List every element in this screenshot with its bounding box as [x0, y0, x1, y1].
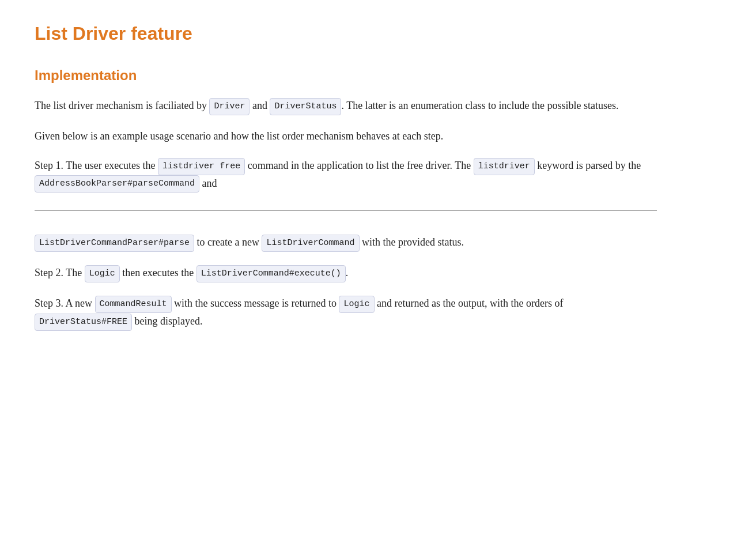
code-listdrivercommandparser: ListDriverCommandParser#parse — [35, 235, 194, 252]
paragraph-5: Step 2. The Logic then executes the List… — [35, 265, 657, 282]
page-title: List Driver feature — [35, 23, 657, 44]
code-listdriver-free: listdriver free — [158, 158, 245, 175]
paragraph-6: Step 3. A new CommandResult with the suc… — [35, 295, 657, 331]
code-driver: Driver — [209, 98, 250, 115]
implementation-heading: Implementation — [35, 67, 657, 84]
code-logic-1: Logic — [85, 265, 120, 282]
paragraph-2: Given below is an example usage scenario… — [35, 128, 657, 145]
paragraph-4: ListDriverCommandParser#parse to create … — [35, 234, 657, 252]
paragraph-3: Step 1. The user executes the listdriver… — [35, 157, 657, 193]
code-listdrivercommand-execute: ListDriverCommand#execute() — [196, 265, 346, 282]
code-addressbookparser: AddressBookParser#parseCommand — [35, 175, 199, 193]
code-listdrivercommand: ListDriverCommand — [262, 235, 359, 252]
code-driverstatus: DriverStatus — [270, 98, 341, 115]
code-logic-2: Logic — [339, 296, 374, 313]
continuation-section: ListDriverCommandParser#parse to create … — [35, 234, 657, 331]
code-listdriver: listdriver — [474, 158, 535, 175]
code-driverstatus-free: DriverStatus#FREE — [35, 314, 132, 331]
implementation-section: Implementation The list driver mechanism… — [35, 67, 657, 193]
paragraph-1: The list driver mechanism is faciliated … — [35, 97, 657, 115]
section-divider — [35, 210, 657, 211]
code-commandresult: CommandResult — [95, 296, 172, 313]
page-container: List Driver feature Implementation The l… — [0, 0, 691, 367]
